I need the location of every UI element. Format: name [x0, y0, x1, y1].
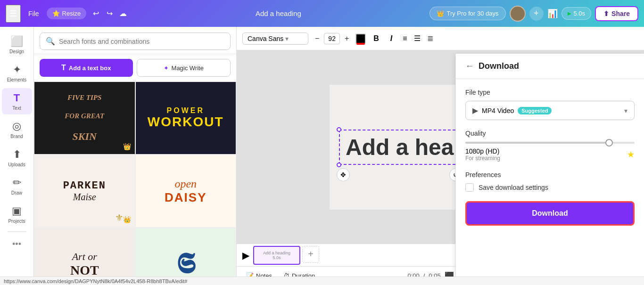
sidebar-label-text: Text — [12, 106, 21, 111]
font-size-value[interactable]: 92 — [324, 33, 340, 44]
magic-write-button[interactable]: ✦ Magic Write — [137, 59, 231, 77]
duration-label: 5.0s — [574, 10, 586, 17]
font-card-4[interactable]: open DAISY — [135, 155, 237, 228]
quality-info: 1080p (HD) For streaming ★ — [465, 147, 635, 162]
share-label: Share — [611, 10, 630, 17]
quality-level: 1080p (HD) — [465, 147, 500, 155]
resize-button[interactable]: ⭐ Resize — [47, 8, 87, 19]
main-layout: ⬜ Design ✦ Elements T Text ◎ Brand ⬆ Upl… — [0, 27, 644, 285]
align-left-button[interactable]: ≡ — [400, 33, 410, 44]
file-button[interactable]: File — [25, 7, 43, 20]
font-card-2[interactable]: POWER WORKOUT — [135, 81, 237, 155]
more-button[interactable]: ••• — [8, 236, 25, 253]
pro-button[interactable]: 👑 Try Pro for 30 days — [429, 7, 505, 20]
projects-icon: ▣ — [12, 205, 22, 217]
font-card-4-text: open DAISY — [165, 178, 206, 205]
sidebar-item-uploads[interactable]: ⬆ Uploads — [2, 145, 32, 171]
quality-slider-wrap — [465, 142, 635, 144]
share-button[interactable]: ⬆ Share — [595, 6, 638, 21]
preferences-label: Preferences — [465, 171, 635, 179]
save-settings-checkbox[interactable] — [465, 183, 474, 192]
font-card-1-text: FIVE TIPS FOR GREAT SKIN — [65, 93, 104, 143]
suggested-badge: Suggested — [518, 107, 552, 114]
text-element[interactable]: Add a hea ↺ ✥ — [339, 130, 460, 165]
sidebar-item-elements[interactable]: ✦ Elements — [2, 60, 32, 86]
font-search-bar: 🔍 — [34, 27, 236, 54]
italic-button[interactable]: I — [387, 33, 396, 45]
font-card-6-text: 𝕾 — [176, 248, 195, 280]
mp4-icon: ▶ — [472, 106, 478, 115]
add-collaborator-button[interactable]: + — [529, 7, 544, 21]
font-card-1[interactable]: FIVE TIPS FOR GREAT SKIN 👑 — [34, 81, 135, 155]
font-card-3[interactable]: PARKEN Maise ⚜ 👑 — [34, 155, 135, 228]
add-slide-button[interactable]: + — [302, 246, 319, 263]
font-selector[interactable]: Canva Sans ▾ — [242, 33, 308, 45]
decrease-size-button[interactable]: − — [312, 33, 322, 44]
premium-badge-3: 👑 — [123, 216, 131, 223]
design-icon: ⬜ — [10, 35, 23, 48]
premium-badge: 👑 — [123, 143, 131, 150]
download-panel: ← Download File type ▶ MP4 Video Suggest… — [455, 54, 644, 285]
redo-button[interactable]: ↪ — [104, 7, 116, 20]
avatar[interactable] — [510, 6, 526, 22]
search-icon: 🔍 — [46, 37, 55, 46]
slide-text: Add a heading — [263, 251, 290, 255]
resize-label: Resize — [62, 10, 81, 17]
font-card-3-text: PARKEN Maise ⚜ — [63, 180, 106, 203]
sidebar-item-brand[interactable]: ◎ Brand — [2, 116, 32, 143]
sidebar-label-design: Design — [9, 49, 24, 54]
sidebar-label-uploads: Uploads — [8, 162, 25, 167]
increase-size-button[interactable]: + — [342, 33, 352, 44]
undo-redo-group: ↩ ↪ — [90, 7, 116, 20]
top-bar-left: ☰ File ⭐ Resize ↩ ↪ ☁ — [6, 5, 127, 23]
download-action-button[interactable]: Download — [465, 201, 635, 226]
align-center-button[interactable]: ☰ — [411, 33, 423, 44]
align-right-button[interactable]: ≣ — [424, 33, 436, 44]
gold-star-icon: ★ — [627, 149, 635, 160]
analytics-button[interactable]: 📊 — [547, 8, 558, 19]
top-bar-right: 👑 Try Pro for 30 days + 📊 ▶ 5.0s ⬆ Share — [429, 6, 638, 22]
pro-label: Try Pro for 30 days — [446, 10, 498, 17]
chevron-icon: ▾ — [285, 35, 289, 42]
file-type-selector[interactable]: ▶ MP4 Video Suggested ▾ — [465, 101, 635, 120]
sidebar-item-text[interactable]: T Text — [2, 88, 32, 114]
corner-handle-tl[interactable] — [337, 127, 341, 132]
cloud-icon: ☁ — [119, 9, 127, 18]
align-buttons: ≡ ☰ ≣ — [400, 33, 436, 44]
bold-button[interactable]: B — [370, 33, 383, 45]
text-icon: T — [14, 92, 20, 104]
timeline-slide-1[interactable]: Add a heading 5.0s — [253, 246, 300, 265]
download-back-button[interactable]: ← — [465, 61, 474, 71]
slide-time: 5.0s — [272, 255, 281, 260]
quality-slider-track — [465, 142, 635, 144]
font-card-2-text: POWER WORKOUT — [148, 106, 224, 129]
corner-handle-bl[interactable] — [337, 163, 341, 167]
text-color-swatch[interactable] — [355, 33, 366, 44]
undo-button[interactable]: ↩ — [90, 7, 102, 20]
magic-icon: ✦ — [164, 65, 169, 72]
sidebar-label-brand: Brand — [10, 134, 23, 139]
size-controls: − 92 + — [312, 33, 352, 44]
quality-thumb[interactable] — [605, 139, 613, 147]
search-input[interactable] — [59, 38, 224, 45]
toolbar-strip: Canva Sans ▾ − 92 + B I ≡ ☰ ≣ — [237, 27, 644, 50]
sidebar-item-draw[interactable]: ✏ Draw — [2, 173, 32, 199]
quality-fill — [465, 142, 609, 144]
timeline-play-button[interactable]: ▶ — [242, 250, 249, 261]
canvas-section: Canva Sans ▾ − 92 + B I ≡ ☰ ≣ ‹ — [237, 27, 644, 285]
heading-text[interactable]: Add a hea — [339, 130, 460, 165]
sidebar-label-elements: Elements — [7, 77, 27, 82]
font-grid: FIVE TIPS FOR GREAT SKIN 👑 POWER WORKOUT… — [34, 81, 236, 285]
share-icon: ⬆ — [603, 10, 609, 17]
save-settings-label: Save download settings — [479, 184, 548, 191]
quality-sub: For streaming — [465, 155, 500, 162]
play-time-button[interactable]: ▶ 5.0s — [561, 7, 592, 20]
move-handle[interactable]: ✥ — [337, 168, 350, 181]
font-actions: T Add a text box ✦ Magic Write — [34, 54, 236, 81]
quality-text-group: 1080p (HD) For streaming — [465, 147, 500, 162]
add-text-button[interactable]: T Add a text box — [40, 59, 133, 77]
sidebar-item-projects[interactable]: ▣ Projects — [2, 201, 32, 228]
file-type-left: ▶ MP4 Video Suggested — [472, 106, 552, 115]
sidebar-item-design[interactable]: ⬜ Design — [2, 32, 32, 58]
hamburger-button[interactable]: ☰ — [6, 5, 21, 23]
